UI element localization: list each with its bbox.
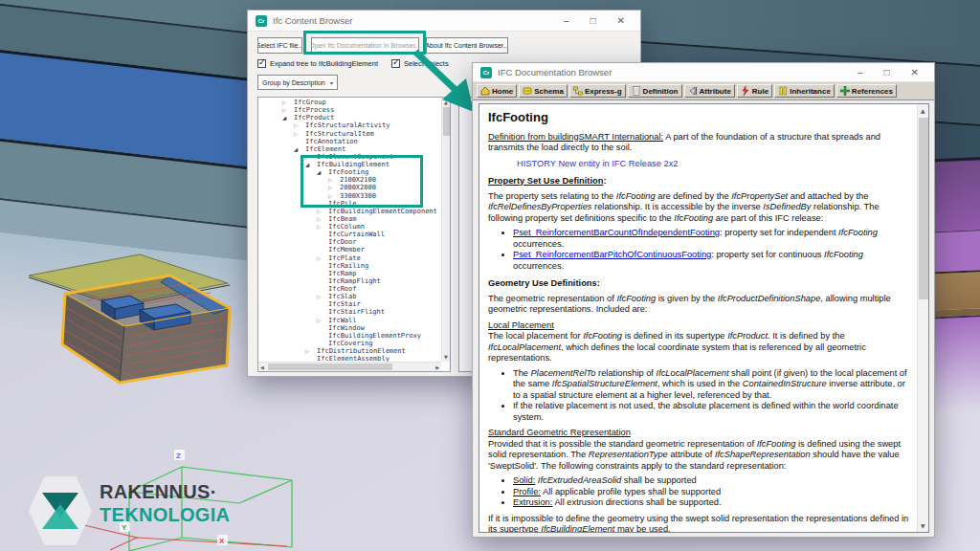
doc-link[interactable]: Pset_ReinforcementBarPitchOfContinuousFo… xyxy=(513,250,711,259)
doc-text-segment: IfcFooting xyxy=(488,110,548,124)
tree-item[interactable]: IfcCovering xyxy=(258,340,441,347)
tree-item[interactable]: ▷IfcColumn xyxy=(258,223,441,231)
group-by-dropdown[interactable]: Group by Description ▾ xyxy=(257,75,338,90)
home-button[interactable]: Home xyxy=(477,84,517,98)
doc-link[interactable]: Pset_ReinforcementBarCountOfIndependentF… xyxy=(513,228,720,237)
schema-button[interactable]: Schema xyxy=(519,84,568,98)
inheritance-button[interactable]: Inheritance xyxy=(774,84,835,98)
expanded-arrow-icon[interactable]: ◢ xyxy=(294,145,305,153)
definition-button[interactable]: Definition xyxy=(628,84,682,98)
close-button[interactable]: ✕ xyxy=(911,68,919,77)
tree-item[interactable]: IfcStair xyxy=(258,300,441,308)
tree-item[interactable]: IfcRamp xyxy=(258,270,441,277)
minimize-button[interactable]: – xyxy=(564,16,569,26)
tree-item[interactable]: ▷IfcWall xyxy=(258,317,441,324)
expanded-arrow-icon[interactable]: ◢ xyxy=(282,114,294,121)
doc-text-segment: relationship of xyxy=(595,368,656,378)
collapsed-arrow-icon[interactable]: ▷ xyxy=(317,223,328,231)
select-ifc-file-button[interactable]: Select IFC file... xyxy=(257,37,302,54)
tree-item[interactable]: IfcBuildingElementProxy xyxy=(258,332,441,340)
checkbox-label: Expand tree to IfcBuildingElement xyxy=(270,59,378,68)
scroll-down-icon[interactable]: ▼ xyxy=(444,354,448,360)
tree-item[interactable]: IfcStairFlight xyxy=(258,308,441,316)
doc-list-item: The PlacementRelTo relationship of IfcLo… xyxy=(513,368,909,402)
tree-item-label: IfcBeam xyxy=(328,215,357,223)
doc-text-segment: . It is defined by the xyxy=(768,331,845,341)
tree-item[interactable]: ▷IfcStructuralItem xyxy=(258,130,441,138)
tree-item[interactable]: ▷IfcSlab xyxy=(258,293,441,300)
tree-item[interactable]: IfcCurtainWall xyxy=(258,231,441,238)
scrollbar-thumb[interactable] xyxy=(919,118,928,299)
collapsed-arrow-icon[interactable]: ▷ xyxy=(317,215,328,223)
tree-item[interactable]: ▷IfcBeam xyxy=(258,215,441,223)
tree-item[interactable]: IfcRoof xyxy=(258,285,441,293)
tree-item-label: IfcGroup xyxy=(294,99,326,106)
checkbox-checked-icon[interactable]: ✓ xyxy=(257,59,266,68)
maximize-button[interactable]: □ xyxy=(884,68,890,77)
doc-text-segment: The local placement for xyxy=(488,331,583,341)
doc-text-segment: IfcFooting xyxy=(674,213,713,223)
tree-item[interactable]: ▷IfcDistributionElement xyxy=(258,347,441,355)
doc-list-item: Extrusion: All extrusion directions shal… xyxy=(513,497,909,509)
tree-item[interactable]: IfcAnnotation xyxy=(258,138,441,145)
tree-item[interactable]: IfcWindow xyxy=(258,324,441,332)
tree-item[interactable]: IfcMember xyxy=(258,246,441,253)
tree-item[interactable]: ▷IfcProcess xyxy=(258,106,441,114)
collapsed-arrow-icon[interactable]: ▷ xyxy=(317,254,328,262)
doc-text-segment: Local Placement xyxy=(488,320,554,330)
doc-block-label: Standard Geometric Representation xyxy=(488,428,909,439)
checkbox-expand-tree[interactable]: ✓ Expand tree to IfcBuildingElement xyxy=(257,59,378,68)
checkbox-select-objects[interactable]: ✓ Select objects xyxy=(391,59,449,68)
scroll-up-icon[interactable]: ▲ xyxy=(444,99,448,105)
tree-item[interactable]: IfcRampFlight xyxy=(258,277,441,285)
doc-text-segment: IfcSpatialStructureElement xyxy=(552,379,657,388)
collapsed-arrow-icon[interactable]: ▷ xyxy=(282,106,294,114)
scrollbar-thumb[interactable] xyxy=(268,364,392,370)
close-button[interactable]: ✕ xyxy=(617,16,625,26)
scroll-left-icon[interactable]: ◀ xyxy=(260,364,264,370)
attribute-button[interactable]: Attribute xyxy=(684,84,735,98)
maximize-button[interactable]: □ xyxy=(590,16,596,26)
collapsed-arrow-icon[interactable]: ▷ xyxy=(294,130,305,138)
express-g-button[interactable]: Express-g xyxy=(569,84,626,98)
tree-item-label: IfcMember xyxy=(328,246,365,253)
tree-item[interactable]: IfcElementAssembly xyxy=(258,355,441,362)
scroll-up-icon[interactable]: ▲ xyxy=(921,107,925,114)
collapsed-arrow-icon[interactable]: ▷ xyxy=(294,121,305,129)
tree-item-label: IfcStructuralActivity xyxy=(305,121,390,129)
checkbox-checked-icon[interactable]: ✓ xyxy=(391,59,400,68)
doc-text-segment: is given by the xyxy=(656,294,718,303)
tree-item[interactable]: IfcRailing xyxy=(258,262,441,270)
collapsed-arrow-icon[interactable]: ▷ xyxy=(317,208,328,215)
doc-text-segment: IfcPropertySet xyxy=(731,191,788,201)
tree-item[interactable]: ▷IfcStructuralActivity xyxy=(258,121,441,129)
tree-item-label: IfcAnnotation xyxy=(305,138,358,145)
doc-text-segment: : property set for continuous xyxy=(711,250,824,259)
minimize-button[interactable]: – xyxy=(858,68,863,77)
doc-vertical-scrollbar[interactable]: ▲ ▼ xyxy=(917,104,928,532)
scrollbar-thumb[interactable] xyxy=(443,107,450,136)
collapsed-arrow-icon[interactable]: ▷ xyxy=(317,317,328,324)
references-button[interactable]: References xyxy=(836,84,897,98)
documentation-browser-window: Cr IFC Documentation Browser – □ ✕ Home … xyxy=(472,62,935,538)
scroll-right-icon[interactable]: ▶ xyxy=(435,364,439,370)
collapsed-arrow-icon[interactable]: ▷ xyxy=(317,293,328,300)
tree-item[interactable]: IfcDoor xyxy=(258,238,441,246)
doc-text-segment: Solid: xyxy=(513,475,535,485)
about-button[interactable]: About Ifc Content Browser... xyxy=(426,37,508,54)
scroll-down-icon[interactable]: ▼ xyxy=(921,522,925,529)
tree-item[interactable]: ▷IfcGroup xyxy=(258,99,441,106)
collapsed-arrow-icon[interactable]: ▷ xyxy=(305,347,317,355)
tree-horizontal-scrollbar[interactable]: ◀ ▶ xyxy=(258,362,441,371)
doc-text-segment: : xyxy=(603,176,606,186)
inheritance-icon xyxy=(778,86,788,96)
collapsed-arrow-icon[interactable]: ▷ xyxy=(282,99,294,106)
tree-vertical-scrollbar[interactable]: ▲ ▼ xyxy=(441,98,450,362)
tree-item[interactable]: ▷IfcBuildingElementComponent xyxy=(258,208,441,215)
tree-item[interactable]: ◢IfcProduct xyxy=(258,114,441,121)
tree-item-label: IfcStairFlight xyxy=(328,308,385,316)
tree-item[interactable]: ◢IfcElement xyxy=(258,145,441,153)
rule-button[interactable]: Rule xyxy=(737,84,772,98)
tree-item[interactable]: ▷IfcPlate xyxy=(258,254,441,262)
tree-item-label: IfcRamp xyxy=(328,270,357,277)
